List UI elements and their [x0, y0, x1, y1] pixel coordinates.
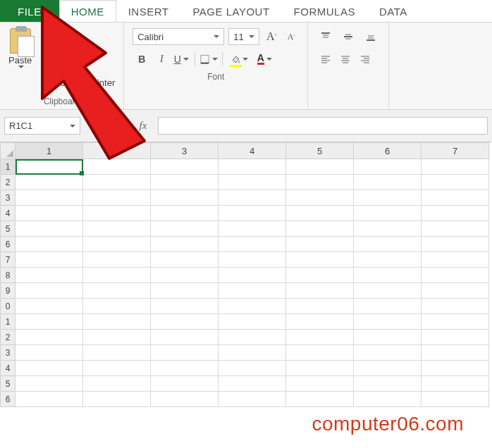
cells-grid[interactable] — [16, 159, 489, 407]
align-middle-button[interactable] — [339, 28, 357, 45]
row-header[interactable]: 4 — [0, 206, 16, 221]
bold-button[interactable]: B — [133, 51, 151, 68]
cell[interactable] — [286, 206, 354, 221]
cell[interactable] — [354, 330, 422, 345]
formula-input[interactable] — [158, 117, 488, 135]
tab-data[interactable]: DATA — [367, 0, 419, 22]
tab-insert[interactable]: INSERT — [116, 0, 181, 22]
cell[interactable] — [286, 345, 354, 361]
cell[interactable] — [422, 392, 489, 407]
column-header[interactable]: 5 — [286, 142, 354, 159]
cell[interactable] — [354, 206, 422, 221]
cancel-icon[interactable] — [90, 118, 106, 134]
cell[interactable] — [286, 283, 354, 299]
cell[interactable] — [354, 252, 422, 268]
underline-button[interactable]: U — [172, 51, 190, 68]
cell[interactable] — [151, 345, 219, 361]
cell[interactable] — [16, 237, 83, 252]
format-painter-button[interactable]: Format Painter — [39, 75, 116, 89]
cell[interactable] — [286, 268, 354, 283]
decrease-font-button[interactable]: Aˇ — [283, 29, 299, 44]
font-color-button[interactable]: A — [252, 51, 276, 68]
row-header[interactable]: 5 — [0, 376, 16, 392]
cell[interactable] — [219, 252, 286, 268]
cell[interactable] — [354, 237, 422, 252]
cell[interactable] — [16, 392, 83, 407]
tab-page-layout[interactable]: PAGE LAYOUT — [180, 0, 281, 22]
tab-file[interactable]: FILE — [0, 0, 59, 22]
align-right-button[interactable] — [356, 51, 374, 68]
cell[interactable] — [151, 330, 219, 345]
cell[interactable] — [422, 268, 489, 283]
tab-formulas[interactable]: FORMULAS — [282, 0, 367, 22]
cell[interactable] — [151, 361, 219, 376]
cell[interactable] — [219, 159, 286, 175]
cell[interactable] — [422, 330, 489, 345]
column-header[interactable]: 3 — [151, 142, 219, 159]
row-header[interactable]: 5 — [0, 221, 16, 237]
cell[interactable] — [422, 299, 489, 314]
cell[interactable] — [83, 221, 151, 237]
cell[interactable] — [219, 330, 286, 345]
cell[interactable] — [151, 392, 219, 407]
font-size-combo[interactable]: 11 — [228, 28, 259, 45]
cell[interactable] — [151, 206, 219, 221]
paste-button[interactable]: Paste — [4, 25, 36, 95]
cell[interactable] — [219, 314, 286, 330]
cell[interactable] — [16, 190, 83, 206]
cell[interactable] — [286, 190, 354, 206]
cell[interactable] — [219, 221, 286, 237]
cell[interactable] — [354, 190, 422, 206]
cell[interactable] — [83, 361, 151, 376]
cell[interactable] — [219, 345, 286, 361]
align-center-button[interactable] — [336, 51, 355, 68]
cell[interactable] — [83, 392, 151, 407]
cell[interactable] — [83, 175, 151, 190]
tab-home[interactable]: HOME — [59, 0, 116, 22]
cell[interactable] — [83, 159, 151, 175]
cell[interactable] — [151, 252, 219, 268]
column-header[interactable]: 4 — [219, 142, 286, 159]
cell[interactable] — [219, 206, 286, 221]
row-header[interactable]: 0 — [0, 299, 16, 314]
cell[interactable] — [83, 268, 151, 283]
cell[interactable] — [422, 159, 489, 175]
row-header[interactable]: 6 — [0, 237, 16, 252]
cell[interactable] — [286, 175, 354, 190]
cell[interactable] — [422, 190, 489, 206]
cell[interactable] — [422, 237, 489, 252]
cell[interactable] — [219, 268, 286, 283]
row-header[interactable]: 3 — [0, 190, 16, 206]
cell[interactable] — [151, 314, 219, 330]
cell[interactable] — [151, 175, 219, 190]
cell[interactable] — [354, 175, 422, 190]
align-left-button[interactable] — [316, 51, 335, 68]
italic-button[interactable]: I — [152, 51, 171, 68]
cell[interactable] — [286, 237, 354, 252]
cell[interactable] — [219, 361, 286, 376]
cell[interactable] — [422, 175, 489, 190]
cell[interactable] — [354, 299, 422, 314]
cell[interactable] — [83, 299, 151, 314]
cell[interactable] — [219, 376, 286, 392]
cell[interactable] — [151, 190, 219, 206]
cell[interactable] — [286, 376, 354, 392]
align-bottom-button[interactable] — [362, 28, 380, 45]
cell[interactable] — [354, 361, 422, 376]
cell[interactable] — [422, 252, 489, 268]
cell[interactable] — [354, 376, 422, 392]
align-top-button[interactable] — [316, 28, 335, 45]
cell[interactable] — [422, 361, 489, 376]
enter-icon[interactable] — [113, 118, 128, 134]
cell[interactable] — [151, 237, 219, 252]
increase-font-button[interactable]: Aˆ — [264, 29, 279, 44]
cell[interactable] — [83, 252, 151, 268]
cell[interactable] — [83, 190, 151, 206]
cell[interactable] — [219, 283, 286, 299]
cell[interactable] — [16, 221, 83, 237]
cell[interactable] — [16, 159, 83, 175]
cell[interactable] — [354, 159, 422, 175]
row-header[interactable]: 7 — [0, 252, 16, 268]
copy-button[interactable]: Copy — [39, 53, 116, 67]
borders-button[interactable] — [199, 51, 218, 68]
